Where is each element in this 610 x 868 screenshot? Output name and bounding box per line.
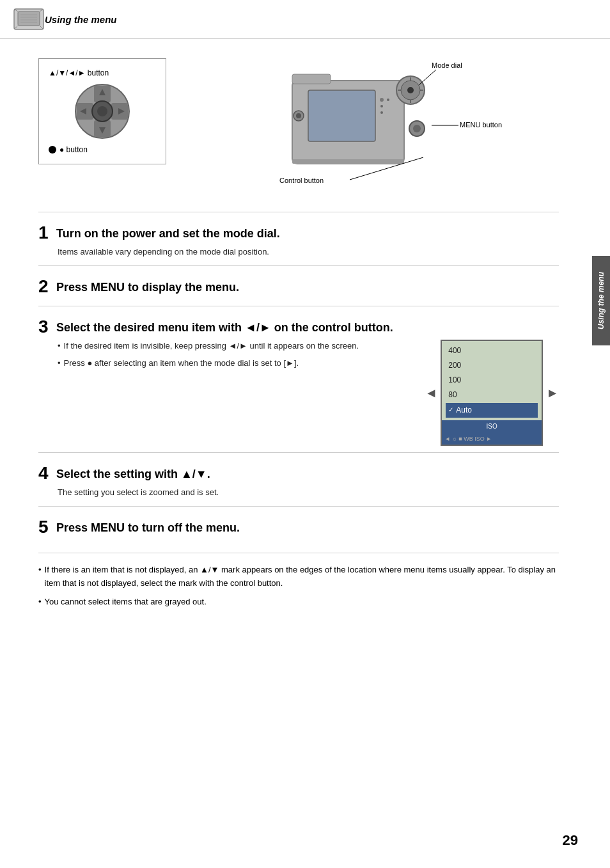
footer-note-1: If there is an item that is not displaye… (38, 564, 559, 590)
footer-notes: If there is an item that is not displaye… (38, 553, 559, 608)
mode-dial-label: Mode dial (432, 61, 462, 69)
lcd-item-auto: Auto (446, 403, 538, 418)
step-1-title: Turn on the power and set the mode dial. (56, 224, 280, 241)
lcd-item-400: 400 (446, 343, 538, 358)
svg-point-34 (387, 99, 389, 101)
control-button-label: Control button (279, 177, 324, 184)
lcd-item-80: 80 (446, 388, 538, 402)
svg-point-33 (380, 98, 384, 102)
svg-point-20 (97, 106, 107, 116)
step-4: 4 Select the setting with ▲/▼. The setti… (38, 452, 559, 506)
menu-button-label: MENU button (460, 121, 502, 129)
step-1-body: Items available vary depending on the mo… (38, 246, 559, 259)
step-3-number: 3 (38, 318, 51, 336)
step-3-bullet-2: Press ● after selecting an item when the… (58, 357, 412, 370)
step-4-number: 4 (38, 464, 51, 482)
step-3-title: Select the desired menu item with ◄/► on… (56, 318, 393, 335)
diagram-section: ▲/▼/◄/► button (38, 58, 559, 193)
step-5: 5 Press MENU to turn off the menu. (38, 506, 559, 546)
svg-point-35 (380, 105, 383, 107)
lcd-display-container: ◄ 400 200 100 80 Auto ISO (425, 340, 559, 446)
page-header: Using the menu (0, 0, 610, 39)
step-5-title: Press MENU to turn off the menu. (56, 518, 240, 535)
svg-rect-1 (18, 12, 40, 26)
step-5-number: 5 (38, 518, 51, 536)
camera-icon (13, 6, 45, 32)
step-3-bullet-1: If the desired item is invisible, keep p… (58, 340, 412, 353)
lcd-display: 400 200 100 80 Auto ISO ◄ ☼ ■ WB ISO ► (441, 340, 543, 446)
step-4-body: The setting you select is zoomed and is … (38, 486, 559, 500)
lcd-bottom-bar: ISO (442, 420, 542, 433)
page-title: Using the menu (45, 14, 117, 25)
svg-rect-39 (292, 159, 404, 164)
main-content: ▲/▼/◄/► button (0, 39, 591, 626)
page-number: 29 (563, 832, 578, 849)
step-1: 1 Turn on the power and set the mode dia… (38, 212, 559, 265)
footer-note-2: You cannot select items that are grayed … (38, 596, 559, 609)
svg-rect-23 (292, 74, 331, 84)
lcd-right-arrow: ► (546, 383, 559, 403)
bullet-button-label: ● button (49, 145, 88, 154)
svg-point-36 (380, 111, 383, 114)
bullet-dot (49, 146, 56, 154)
camera-svg (273, 65, 452, 186)
lcd-iso-label: ISO (487, 422, 497, 432)
lcd-item-200: 200 (446, 358, 538, 373)
step-2: 2 Press MENU to display the menu. (38, 265, 559, 306)
svg-point-38 (296, 113, 301, 118)
svg-rect-22 (308, 90, 375, 141)
dpad-diagram: ▲/▼/◄/► button (38, 58, 166, 164)
lcd-left-arrow: ◄ (425, 383, 437, 403)
step-3: 3 Select the desired menu item with ◄/► … (38, 306, 559, 452)
dpad-svg (74, 83, 131, 140)
lcd-item-100: 100 (446, 373, 538, 388)
step-4-title: Select the setting with ▲/▼. (56, 464, 210, 482)
sidebar-label: Using the menu (592, 256, 610, 345)
svg-point-32 (413, 125, 421, 132)
camera-diagram: Mode dial MENU button Control button (205, 58, 559, 193)
step-2-title: Press MENU to display the menu. (56, 278, 239, 295)
lcd-nav-icons: ◄ ☼ ■ WB ISO ► (444, 434, 492, 443)
button-label-top: ▲/▼/◄/► button (49, 68, 109, 77)
step-2-number: 2 (38, 278, 51, 296)
svg-point-26 (407, 87, 414, 93)
step-3-body: If the desired item is invisible, keep p… (38, 340, 559, 446)
step-1-number: 1 (38, 224, 51, 242)
